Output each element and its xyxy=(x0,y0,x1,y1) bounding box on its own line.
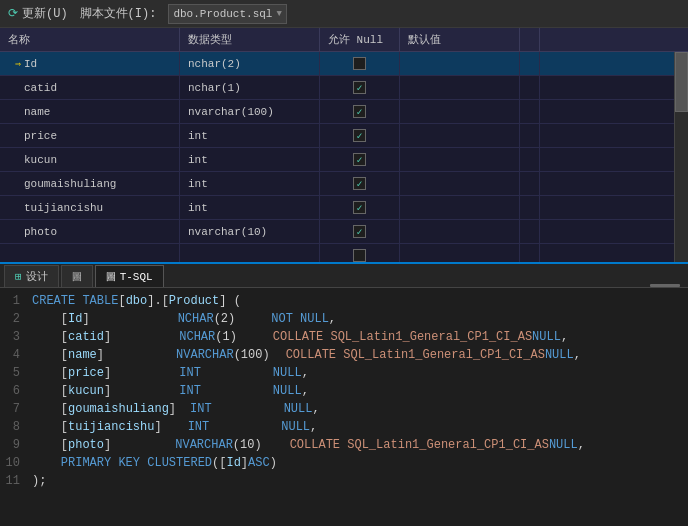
cell-nullable[interactable] xyxy=(320,76,400,99)
cell-default xyxy=(400,220,520,243)
sql-line: [goumaishuliang] INT NULL, xyxy=(32,400,684,418)
cell-type: int xyxy=(180,124,320,147)
nullable-checkbox[interactable] xyxy=(353,105,366,118)
sql-line: PRIMARY KEY CLUSTERED ([Id] ASC) xyxy=(32,454,684,472)
cell-nullable[interactable] xyxy=(320,148,400,171)
nullable-checkbox[interactable] xyxy=(353,177,366,190)
cell-extra xyxy=(520,124,540,147)
cell-nullable[interactable] xyxy=(320,172,400,195)
line-numbers: 1 2 3 4 5 6 7 8 9 10 11 xyxy=(0,288,28,526)
cell-extra xyxy=(520,244,540,262)
header-default: 默认值 xyxy=(400,28,520,51)
chevron-down-icon: ▼ xyxy=(276,9,281,19)
cell-type: int xyxy=(180,148,320,171)
header-datatype: 数据类型 xyxy=(180,28,320,51)
cell-type: nchar(2) xyxy=(180,52,320,75)
cell-name: ⇒ Id xyxy=(0,52,180,75)
cell-name: photo xyxy=(0,220,180,243)
cell-name: catid xyxy=(0,76,180,99)
cell-nullable[interactable] xyxy=(320,100,400,123)
scrollbar-thumb[interactable] xyxy=(675,52,688,112)
nullable-checkbox[interactable] xyxy=(353,153,366,166)
cell-nullable[interactable] xyxy=(320,196,400,219)
tab-tsql[interactable]: 圖 T-SQL xyxy=(95,265,164,287)
nullable-checkbox[interactable] xyxy=(353,201,366,214)
sql-line: [kucun] INT NULL, xyxy=(32,382,684,400)
nullable-checkbox[interactable] xyxy=(353,57,366,70)
sql-line: [price] INT NULL, xyxy=(32,364,684,382)
cell-nullable[interactable] xyxy=(320,244,400,262)
table-row[interactable]: name nvarchar(100) xyxy=(0,100,688,124)
table-row[interactable]: kucun int xyxy=(0,148,688,172)
sql-line: [photo] NVARCHAR (10) COLLATE SQL_Latin1… xyxy=(32,436,684,454)
table-row[interactable]: goumaishuliang int xyxy=(0,172,688,196)
cell-default xyxy=(400,124,520,147)
cell-nullable[interactable] xyxy=(320,124,400,147)
cell-extra xyxy=(520,76,540,99)
toolbar: ⟳ 更新(U) 脚本文件(I): dbo.Product.sql ▼ xyxy=(0,0,688,28)
table-header: 名称 数据类型 允许 Null 默认值 xyxy=(0,28,688,52)
cell-extra xyxy=(520,148,540,171)
tab-design[interactable]: ⊞ 设计 xyxy=(4,265,59,287)
sql-line: [name] NVARCHAR (100) COLLATE SQL_Latin1… xyxy=(32,346,684,364)
update-button[interactable]: ⟳ 更新(U) xyxy=(8,5,68,22)
cell-extra xyxy=(520,100,540,123)
tsql-icon: 圖 xyxy=(106,270,116,284)
cell-name: name xyxy=(0,100,180,123)
nullable-checkbox[interactable] xyxy=(353,249,366,262)
table-row[interactable] xyxy=(0,244,688,262)
cell-extra xyxy=(520,220,540,243)
cell-name: goumaishuliang xyxy=(0,172,180,195)
cell-name: kucun xyxy=(0,148,180,171)
cell-default xyxy=(400,100,520,123)
cell-type: nvarchar(100) xyxy=(180,100,320,123)
cell-name xyxy=(0,244,180,262)
scrollbar[interactable] xyxy=(674,52,688,262)
diagram-icon: 圖 xyxy=(72,270,82,284)
table-row[interactable]: ⇒ Id nchar(2) xyxy=(0,52,688,76)
table-section: 名称 数据类型 允许 Null 默认值 ⇒ Id nchar(2) catid xyxy=(0,28,688,264)
header-scrollbar-space xyxy=(520,28,540,51)
update-label: 更新(U) xyxy=(22,5,68,22)
editor-tabs: ⊞ 设计 圖 圖 T-SQL xyxy=(0,264,688,288)
nullable-checkbox[interactable] xyxy=(353,81,366,94)
cell-nullable[interactable] xyxy=(320,52,400,75)
cell-type xyxy=(180,244,320,262)
cell-name: tuijiancishu xyxy=(0,196,180,219)
cell-type: int xyxy=(180,196,320,219)
header-name: 名称 xyxy=(0,28,180,51)
nullable-checkbox[interactable] xyxy=(353,225,366,238)
table-row[interactable]: price int xyxy=(0,124,688,148)
filename-text: dbo.Product.sql xyxy=(173,8,272,20)
table-body: ⇒ Id nchar(2) catid nchar(1) name nvarch… xyxy=(0,52,688,262)
file-dropdown[interactable]: dbo.Product.sql ▼ xyxy=(168,4,286,24)
tab-diagram[interactable]: 圖 xyxy=(61,265,93,287)
cell-type: nvarchar(10) xyxy=(180,220,320,243)
cell-nullable[interactable] xyxy=(320,220,400,243)
sql-line: [tuijiancishu] INT NULL, xyxy=(32,418,684,436)
cell-extra xyxy=(520,172,540,195)
header-nullable: 允许 Null xyxy=(320,28,400,51)
tab-design-label: 设计 xyxy=(26,269,48,284)
cell-extra xyxy=(520,52,540,75)
table-row[interactable]: tuijiancishu int xyxy=(0,196,688,220)
table-row[interactable]: catid nchar(1) xyxy=(0,76,688,100)
sql-code: CREATE TABLE [dbo].[Product] ( [Id] NCHA… xyxy=(28,288,688,526)
sql-line: [catid] NCHAR (1) COLLATE SQL_Latin1_Gen… xyxy=(32,328,684,346)
sql-line: [Id] NCHAR (2) NOT NULL, xyxy=(32,310,684,328)
sql-line: ); xyxy=(32,472,684,490)
cell-extra xyxy=(520,196,540,219)
cell-default xyxy=(400,196,520,219)
cell-name: price xyxy=(0,124,180,147)
nullable-checkbox[interactable] xyxy=(353,129,366,142)
table-row[interactable]: photo nvarchar(10) xyxy=(0,220,688,244)
cell-default xyxy=(400,52,520,75)
cell-default xyxy=(400,244,520,262)
tab-tsql-label: T-SQL xyxy=(120,271,153,283)
sql-line: CREATE TABLE [dbo].[Product] ( xyxy=(32,292,684,310)
row-arrow-icon: ⇒ xyxy=(15,58,21,70)
cell-default xyxy=(400,172,520,195)
row-indicator: ⇒ xyxy=(8,58,24,70)
sql-editor: 1 2 3 4 5 6 7 8 9 10 11 CREATE TABLE [db… xyxy=(0,288,688,526)
cell-type: int xyxy=(180,172,320,195)
